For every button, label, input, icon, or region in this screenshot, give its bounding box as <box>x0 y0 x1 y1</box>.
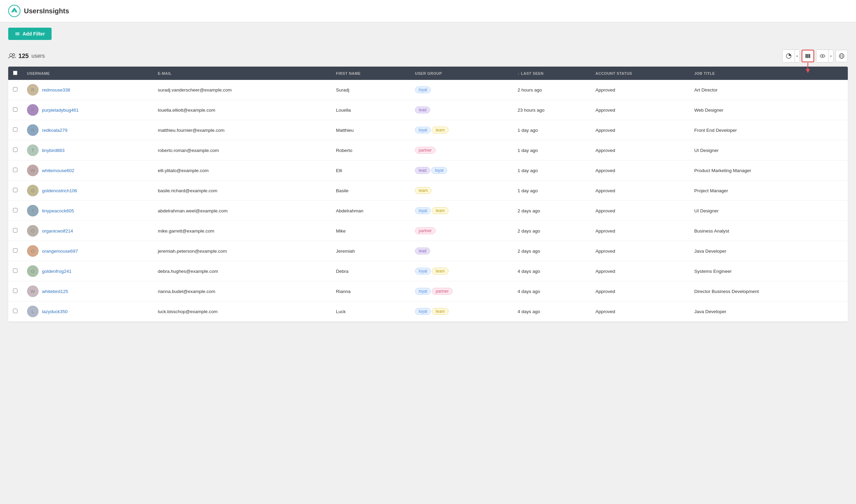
row-checkbox[interactable] <box>13 228 17 233</box>
svg-rect-8 <box>807 54 809 58</box>
email-cell: debra.hughes@example.com <box>153 261 331 281</box>
group-tag: loyal <box>415 308 431 315</box>
first-name-cell: Matthieu <box>331 120 410 140</box>
username[interactable]: lazyduck350 <box>42 309 68 314</box>
user-group-cell: loyalteam <box>410 261 513 281</box>
username[interactable]: tinypeacock605 <box>42 208 74 213</box>
row-checkbox-cell[interactable] <box>8 221 22 241</box>
username[interactable]: tinybird883 <box>42 148 65 153</box>
last-seen-cell: 2 hours ago <box>513 80 591 100</box>
row-checkbox[interactable] <box>13 127 17 132</box>
user-group-cell: lead <box>410 241 513 261</box>
row-checkbox-cell[interactable] <box>8 181 22 201</box>
username[interactable]: purpleladybug461 <box>42 108 79 113</box>
row-checkbox-cell[interactable] <box>8 241 22 261</box>
first-name-cell: Rianna <box>331 281 410 302</box>
columns-view-button[interactable] <box>802 50 814 62</box>
row-checkbox-cell[interactable] <box>8 80 22 100</box>
email-cell: suradj.vanderscheer@example.com <box>153 80 331 100</box>
job-title-cell: Java Developer <box>689 302 848 322</box>
col-last-seen[interactable]: ↕LAST SEEN <box>513 67 591 80</box>
username[interactable]: goldenfrog241 <box>42 269 71 274</box>
job-title-cell: Art Director <box>689 80 848 100</box>
table-row: Ttinybird883roberto.roman@example.comRob… <box>8 140 848 160</box>
group-tag: lead <box>415 248 430 254</box>
group-tag: lead <box>415 167 430 174</box>
avatar: R <box>27 124 39 136</box>
row-checkbox[interactable] <box>13 289 17 293</box>
globe-icon <box>839 53 844 59</box>
email-cell: abdelrahman.weel@example.com <box>153 201 331 221</box>
username[interactable]: redmouse338 <box>42 87 70 93</box>
avatar: O <box>27 245 39 257</box>
user-count-number: 125 <box>18 53 29 60</box>
username-cell: Wwhitebird125 <box>22 281 153 302</box>
avatar: O <box>27 225 39 237</box>
username[interactable]: goldenostrich106 <box>42 188 77 193</box>
table-header-row: USERNAME E-MAIL FIRST NAME USER GROUP ↕L… <box>8 67 848 80</box>
username-cell: Llazyduck350 <box>22 302 153 322</box>
last-seen-cell: 4 days ago <box>513 281 591 302</box>
row-checkbox[interactable] <box>13 208 17 212</box>
row-checkbox[interactable] <box>13 168 17 172</box>
last-seen-cell: 2 days ago <box>513 241 591 261</box>
row-checkbox-cell[interactable] <box>8 140 22 160</box>
svg-point-5 <box>13 54 15 56</box>
row-checkbox[interactable] <box>13 188 17 192</box>
user-group-cell: loyalteam <box>410 120 513 140</box>
username[interactable]: organicwolf214 <box>42 228 73 234</box>
row-checkbox[interactable] <box>13 148 17 152</box>
row-checkbox-cell[interactable] <box>8 261 22 281</box>
users-icon <box>8 53 16 59</box>
first-name-cell: Louella <box>331 100 410 120</box>
user-count-label: users <box>31 53 45 59</box>
username[interactable]: orangemouse697 <box>42 249 78 254</box>
row-checkbox[interactable] <box>13 268 17 273</box>
col-email: E-MAIL <box>153 67 331 80</box>
group-tag: partner <box>415 147 436 154</box>
account-status-cell: Approved <box>591 140 689 160</box>
avatar: T <box>27 205 39 216</box>
visibility-dropdown-arrow[interactable]: ▾ <box>829 50 833 62</box>
add-filter-button[interactable]: Add Filter <box>8 28 52 40</box>
job-title-cell: Product Marketing Manager <box>689 160 848 181</box>
row-checkbox[interactable] <box>13 107 17 112</box>
row-checkbox-cell[interactable] <box>8 302 22 322</box>
avatar: W <box>27 165 39 176</box>
first-name-cell: Abdelrahman <box>331 201 410 221</box>
row-checkbox[interactable] <box>13 87 17 92</box>
username[interactable]: redkoala279 <box>42 128 67 133</box>
user-group-cell: leadloyal <box>410 160 513 181</box>
select-all-header[interactable] <box>8 67 22 80</box>
col-user-group: USER GROUP <box>410 67 513 80</box>
user-group-cell: team <box>410 181 513 201</box>
sort-icon: ↕ <box>517 71 520 75</box>
account-status-cell: Approved <box>591 201 689 221</box>
username[interactable]: whitebird125 <box>42 289 68 294</box>
user-group-cell: lead <box>410 100 513 120</box>
row-checkbox-cell[interactable] <box>8 100 22 120</box>
col-job-title: JOB TITLE <box>689 67 848 80</box>
table-row: Oorganicwolf214mike.garrett@example.comM… <box>8 221 848 241</box>
chart-view-dropdown-arrow[interactable]: ▾ <box>795 50 799 62</box>
chart-view-button[interactable] <box>783 50 795 62</box>
table-row: Oorangemouse697jeremiah.peterson@example… <box>8 241 848 261</box>
globe-view-button[interactable] <box>836 50 848 62</box>
table-row: Wwhitemouse602elli.ylitalo@example.comEl… <box>8 160 848 181</box>
group-tag: partner <box>415 227 436 234</box>
row-checkbox-cell[interactable] <box>8 201 22 221</box>
user-group-cell: loyal <box>410 80 513 100</box>
row-checkbox-cell[interactable] <box>8 120 22 140</box>
row-checkbox[interactable] <box>13 309 17 313</box>
visibility-view-button[interactable] <box>816 50 829 62</box>
account-status-cell: Approved <box>591 181 689 201</box>
row-checkbox-cell[interactable] <box>8 160 22 181</box>
svg-point-13 <box>822 55 823 57</box>
row-checkbox[interactable] <box>13 248 17 253</box>
row-checkbox-cell[interactable] <box>8 281 22 302</box>
username[interactable]: whitemouse602 <box>42 168 74 173</box>
table-row: Ttinypeacock605abdelrahman.weel@example.… <box>8 201 848 221</box>
select-all-checkbox[interactable] <box>13 71 17 75</box>
last-seen-cell: 2 days ago <box>513 221 591 241</box>
visibility-view-group: ▾ <box>816 50 833 62</box>
